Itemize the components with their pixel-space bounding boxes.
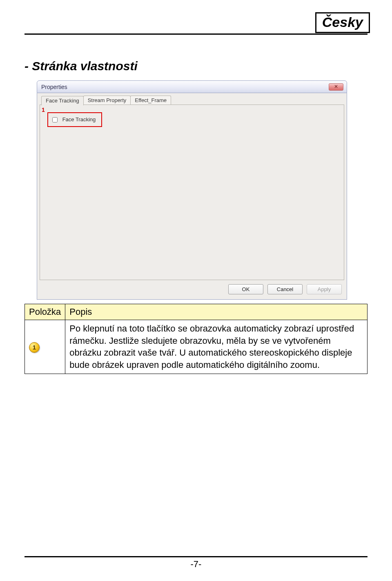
row-icon-cell: 1 xyxy=(25,320,65,374)
apply-button: Apply xyxy=(307,284,342,294)
tab-panel: 1 Face Tracking xyxy=(40,105,344,280)
dialog-titlebar: Properties ✕ xyxy=(37,80,347,93)
highlight-box: Face Tracking xyxy=(47,112,102,127)
tab-face-tracking[interactable]: Face Tracking xyxy=(41,96,84,105)
dialog-body: Face Tracking Stream Property Effect_Fra… xyxy=(37,93,347,300)
page-number: -7- xyxy=(24,559,368,570)
header-popis: Popis xyxy=(65,304,368,320)
language-badge: Česky xyxy=(315,12,370,33)
tab-effect-frame[interactable]: Effect_Frame xyxy=(130,96,171,105)
bottom-divider xyxy=(24,556,368,557)
tab-stream-property[interactable]: Stream Property xyxy=(83,96,131,105)
properties-dialog: Properties ✕ Face Tracking Stream Proper… xyxy=(37,80,347,300)
dialog-title: Properties xyxy=(41,84,67,90)
dialog-buttons: OK Cancel Apply xyxy=(40,280,344,295)
cancel-button[interactable]: Cancel xyxy=(267,284,303,294)
row-text-cell: Po klepnutí na toto tlačítko se obrazovk… xyxy=(65,320,368,374)
bullet-1-icon: 1 xyxy=(29,342,40,353)
face-tracking-checkbox-label[interactable]: Face Tracking xyxy=(52,116,96,122)
page-footer: -7- xyxy=(24,556,368,570)
face-tracking-checkbox[interactable] xyxy=(52,117,58,122)
face-tracking-checkbox-text: Face Tracking xyxy=(62,116,96,122)
table-row: 1 Po klepnutí na toto tlačítko se obrazo… xyxy=(25,320,368,374)
ok-button[interactable]: OK xyxy=(228,284,263,294)
top-divider xyxy=(24,33,368,35)
callout-marker: 1 xyxy=(42,107,45,113)
section-title: - Stránka vlastnosti xyxy=(24,59,368,73)
tab-bar: Face Tracking Stream Property Effect_Fra… xyxy=(40,96,344,105)
close-button[interactable]: ✕ xyxy=(329,83,343,91)
table-header-row: Položka Popis xyxy=(25,304,368,320)
description-table: Položka Popis 1 Po klepnutí na toto tlač… xyxy=(24,304,368,374)
header-polozka: Položka xyxy=(25,304,65,320)
